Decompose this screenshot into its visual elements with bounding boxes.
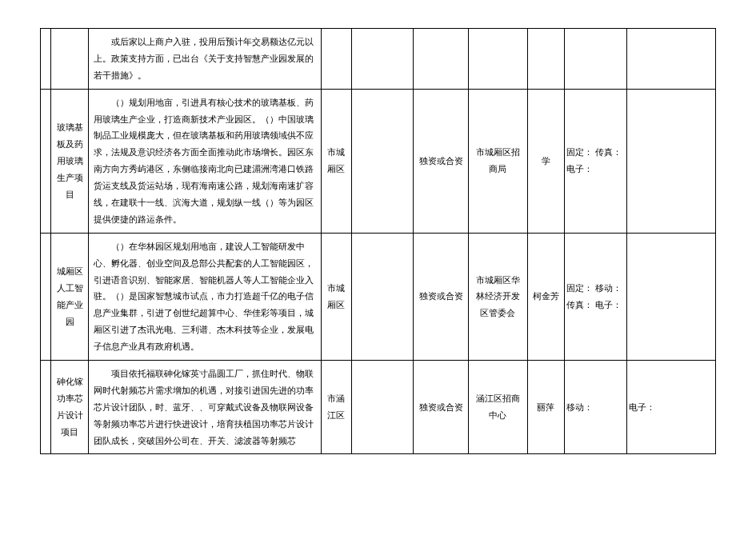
cell-contact: 移动： bbox=[565, 361, 627, 454]
cell-org: 涵江区招商中心 bbox=[469, 361, 527, 454]
cell-region: 市城厢区 bbox=[321, 89, 351, 233]
cell-mode: 独资或合资 bbox=[414, 233, 469, 360]
cell-region bbox=[321, 29, 351, 90]
cell-index bbox=[41, 89, 51, 233]
cell-extra: 电子： bbox=[626, 361, 715, 454]
cell-name bbox=[51, 29, 89, 90]
cell-name: 玻璃基板及药用玻璃生产项目 bbox=[51, 89, 89, 233]
cell-amount bbox=[351, 233, 414, 360]
table-row: 玻璃基板及药用玻璃生产项目 （）规划用地亩，引进具有核心技术的玻璃基板、药用玻璃… bbox=[41, 89, 716, 233]
cell-org bbox=[469, 29, 527, 90]
table-row: 城厢区人工智能产业园 （）在华林园区规划用地亩，建设人工智能研发中心、孵化器、创… bbox=[41, 233, 716, 360]
cell-org: 市城厢区招商局 bbox=[469, 89, 527, 233]
cell-desc: （）在华林园区规划用地亩，建设人工智能研发中心、孵化器、创业空间及总部公共配套的… bbox=[88, 233, 321, 360]
cell-region: 市城厢区 bbox=[321, 233, 351, 360]
cell-index bbox=[41, 29, 51, 90]
cell-extra bbox=[626, 233, 715, 360]
cell-contact bbox=[565, 29, 627, 90]
cell-contact: 固定： 移动： 传真： 电子： bbox=[565, 233, 627, 360]
cell-org: 市城厢区华林经济开发区管委会 bbox=[469, 233, 527, 360]
cell-person: 柯金芳 bbox=[527, 233, 565, 360]
cell-amount bbox=[351, 89, 414, 233]
cell-person: 学 bbox=[527, 89, 565, 233]
cell-index bbox=[41, 361, 51, 454]
cell-desc: 或后家以上商户入驻，投用后预计年交易额达亿元以上。政策支持方面，已出台《关于支持… bbox=[88, 29, 321, 90]
cell-index bbox=[41, 233, 51, 360]
cell-amount bbox=[351, 29, 414, 90]
cell-extra bbox=[626, 29, 715, 90]
cell-name: 城厢区人工智能产业园 bbox=[51, 233, 89, 360]
cell-region: 市涵江区 bbox=[321, 361, 351, 454]
cell-mode bbox=[414, 29, 469, 90]
cell-mode: 独资或合资 bbox=[414, 89, 469, 233]
table-row: 砷化镓功率芯片设计项目 项目依托福联砷化镓英寸晶圆工厂，抓住时代、物联网时代射频… bbox=[41, 361, 716, 454]
cell-person bbox=[527, 29, 565, 90]
table-row: 或后家以上商户入驻，投用后预计年交易额达亿元以上。政策支持方面，已出台《关于支持… bbox=[41, 29, 716, 90]
cell-name: 砷化镓功率芯片设计项目 bbox=[51, 361, 89, 454]
cell-contact: 固定： 传真： 电子： bbox=[565, 89, 627, 233]
cell-person: 丽萍 bbox=[527, 361, 565, 454]
cell-desc: （）规划用地亩，引进具有核心技术的玻璃基板、药用玻璃生产企业，打造商新技术产业园… bbox=[88, 89, 321, 233]
projects-table: 或后家以上商户入驻，投用后预计年交易额达亿元以上。政策支持方面，已出台《关于支持… bbox=[40, 28, 716, 454]
cell-extra bbox=[626, 89, 715, 233]
cell-desc: 项目依托福联砷化镓英寸晶圆工厂，抓住时代、物联网时代射频芯片需求增加的机遇，对接… bbox=[88, 361, 321, 454]
cell-mode: 独资或合资 bbox=[414, 361, 469, 454]
cell-amount bbox=[351, 361, 414, 454]
